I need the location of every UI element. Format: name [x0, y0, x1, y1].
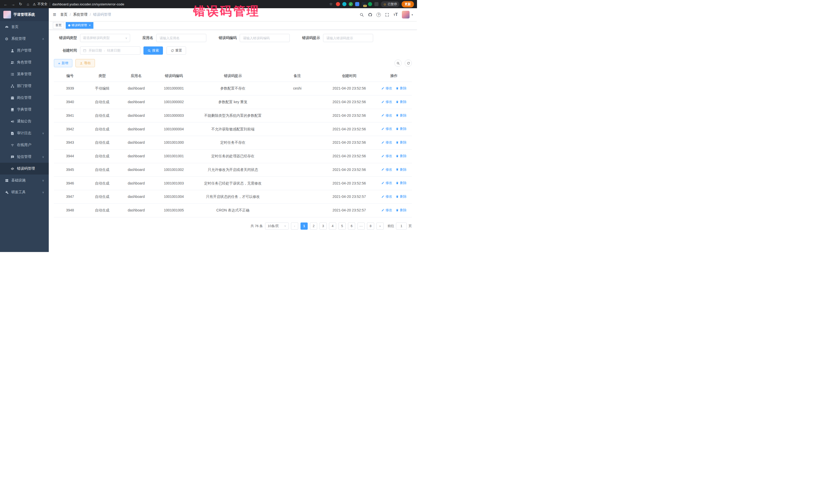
next-page-button[interactable]: › — [376, 222, 383, 230]
avatar-caret-icon[interactable]: ▾ — [412, 13, 413, 16]
delete-button[interactable]: 删除 — [396, 194, 407, 199]
page-button-1[interactable]: 1 — [301, 222, 308, 230]
page-button-3[interactable]: 3 — [320, 222, 327, 230]
hamburger-icon[interactable]: ≡ — [53, 12, 56, 18]
edit-button[interactable]: 修改 — [381, 113, 392, 118]
delete-button[interactable]: 删除 — [396, 86, 407, 91]
close-icon[interactable]: × — [89, 24, 91, 27]
add-button[interactable]: + 新增 — [54, 59, 72, 67]
error-hint-input[interactable] — [323, 34, 373, 42]
sidebar-item-system[interactable]: ⚙ 系统管理 ∧ — [0, 33, 49, 45]
page-button-5[interactable]: 5 — [338, 222, 346, 230]
sidebar-item-roles[interactable]: 角色管理 — [0, 57, 49, 68]
sidebar-item-sms[interactable]: 短信管理 ∨ — [0, 151, 49, 163]
github-icon[interactable] — [368, 13, 372, 17]
help-icon[interactable]: ? — [376, 13, 381, 17]
update-button[interactable]: 更新 — [402, 1, 414, 7]
extension-icon[interactable] — [336, 2, 340, 6]
edit-button[interactable]: 修改 — [381, 180, 392, 185]
delete-button[interactable]: 删除 — [396, 140, 407, 145]
error-type-select[interactable]: 请选择错误码类型 ∨ — [80, 34, 130, 42]
sidebar-item-announcements[interactable]: 通知公告 — [0, 115, 49, 127]
breadcrumb-home[interactable]: 首页 — [60, 12, 67, 17]
cell-id: 3943 — [54, 136, 86, 150]
forward-icon[interactable]: → — [10, 2, 16, 6]
page-size-select[interactable]: 10条/页 ∨ — [265, 222, 289, 230]
sidebar-item-audit-logs[interactable]: 审计日志 ∨ — [0, 127, 49, 139]
table-row: 3944 自动生成 dashboard 1001001001 定时任务的处理器已… — [54, 149, 412, 163]
font-size-icon[interactable]: TT — [393, 12, 398, 17]
page-button-8[interactable]: 8 — [367, 222, 374, 230]
security-indicator[interactable]: ⚠ 不安全 — [33, 2, 47, 6]
reset-button[interactable]: 重置 — [167, 46, 186, 54]
edit-button[interactable]: 修改 — [381, 99, 392, 105]
page-button-6[interactable]: 6 — [348, 222, 355, 230]
breadcrumb-system[interactable]: 系统管理 — [73, 12, 88, 17]
delete-button[interactable]: 删除 — [396, 207, 407, 213]
reload-icon[interactable]: ↻ — [18, 2, 23, 6]
sidebar-item-infrastructure[interactable]: 基础设施 ∨ — [0, 175, 49, 186]
sidebar-item-home[interactable]: 首页 — [0, 21, 49, 33]
refresh-table-button[interactable] — [405, 60, 412, 67]
search-icon[interactable] — [359, 13, 364, 17]
delete-button[interactable]: 删除 — [396, 126, 407, 131]
cell-actions: 修改删除 — [376, 136, 412, 150]
extension-icon[interactable] — [342, 2, 347, 6]
chevron-down-icon: ∨ — [284, 224, 286, 227]
app-logo[interactable]: 芋道管理系统 — [0, 8, 49, 21]
edit-button[interactable]: 修改 — [381, 153, 392, 159]
sidebar-item-label: 部门管理 — [17, 84, 31, 88]
page-button-2[interactable]: 2 — [310, 222, 317, 230]
sidebar-item-users[interactable]: 用户管理 — [0, 45, 49, 57]
edit-button[interactable]: 修改 — [381, 126, 392, 131]
edit-button[interactable]: 修改 — [381, 140, 392, 145]
sidebar-item-online-users[interactable]: 在线用户 — [0, 139, 49, 151]
end-date-placeholder: 结束日期 — [107, 48, 120, 53]
back-icon[interactable]: ← — [3, 2, 8, 6]
error-code-input[interactable] — [240, 34, 290, 42]
cell-actions: 修改删除 — [376, 123, 412, 136]
delete-button[interactable]: 删除 — [396, 167, 407, 172]
more-pages-button[interactable]: ··· — [357, 222, 365, 230]
edit-button[interactable]: 修改 — [381, 86, 392, 91]
bookmark-star-icon[interactable]: ☆ — [328, 2, 334, 6]
toggle-search-button[interactable] — [394, 60, 402, 67]
sidebar-item-positions[interactable]: 岗位管理 — [0, 92, 49, 104]
avatar[interactable] — [402, 11, 410, 19]
prev-page-button[interactable]: ‹ — [291, 222, 298, 230]
export-button[interactable]: 导出 — [75, 59, 95, 67]
profile-paused-chip[interactable]: ☺ 已暂停 — [381, 1, 399, 7]
cell-code: 1001001000 — [154, 136, 194, 150]
date-range-picker[interactable]: 开始日期 - 结束日期 — [80, 46, 140, 54]
search-button[interactable]: 搜索 — [144, 46, 163, 54]
tab-home[interactable]: 首页 — [53, 22, 64, 29]
delete-button[interactable]: 删除 — [396, 180, 407, 185]
page-button-4[interactable]: 4 — [329, 222, 336, 230]
extension-icon[interactable] — [355, 2, 359, 6]
edit-button[interactable]: 修改 — [381, 207, 392, 213]
cell-actions: 修改删除 — [376, 95, 412, 109]
sidebar-item-departments[interactable]: 部门管理 — [0, 80, 49, 92]
edit-button[interactable]: 修改 — [381, 167, 392, 172]
extension-icon[interactable]: on — [361, 2, 366, 6]
edit-button[interactable]: 修改 — [381, 194, 392, 199]
fullscreen-icon[interactable] — [385, 13, 389, 17]
extension-icon[interactable]: ✓ — [349, 2, 353, 6]
tab-error-code[interactable]: 错误码管理 × — [66, 22, 93, 29]
goto-page-input[interactable] — [396, 222, 407, 230]
address-bar-url[interactable]: dashboard.yudao.iocoder.cn/system/error-… — [52, 2, 125, 6]
delete-button[interactable]: 删除 — [396, 99, 407, 105]
sidebar-item-dev-tools[interactable]: 研发工具 ∨ — [0, 186, 49, 198]
sidebar-item-dictionary[interactable]: 字典管理 — [0, 104, 49, 115]
sidebar-item-error-code[interactable]: 错误码管理 — [0, 163, 49, 175]
cell-time: 2021-04-20 23:52:56 — [322, 123, 376, 136]
extension-icon[interactable] — [368, 2, 372, 6]
cell-type: 自动生成 — [86, 149, 118, 163]
delete-button[interactable]: 删除 — [396, 153, 407, 159]
delete-button[interactable]: 删除 — [396, 113, 407, 118]
cell-type: 自动生成 — [86, 163, 118, 177]
app-name-input[interactable] — [156, 34, 206, 42]
extension-icon[interactable] — [374, 2, 378, 6]
sidebar-item-menus[interactable]: 菜单管理 — [0, 68, 49, 80]
browser-home-icon[interactable]: ⌂ — [25, 2, 30, 6]
